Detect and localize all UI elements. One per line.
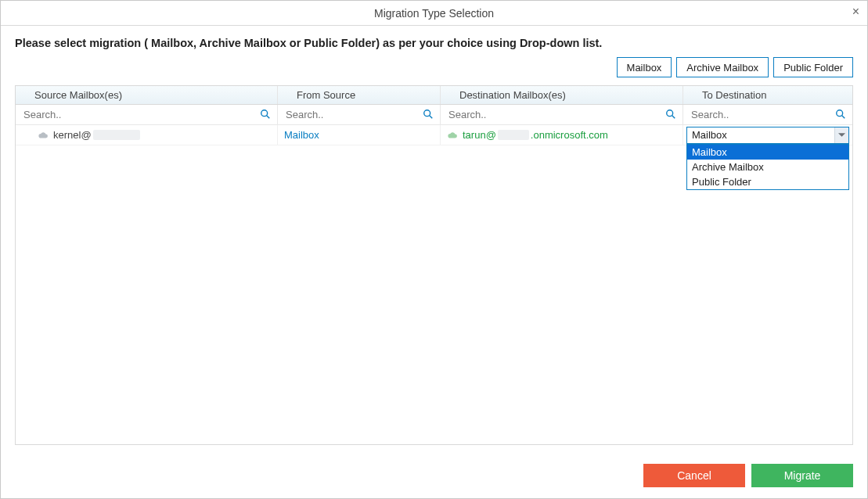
close-icon[interactable]: × (852, 5, 859, 18)
col-destination: Destination Mailbox(es) (441, 86, 683, 104)
col-to-destination: To Destination (683, 86, 852, 104)
to-destination-dropdown[interactable]: Mailbox Mailbox Archive Mailbox Public F… (686, 127, 849, 144)
title-bar: Migration Type Selection × (1, 1, 867, 26)
dropdown-list: Mailbox Archive Mailbox Public Folder (686, 144, 849, 190)
dropdown-option-mailbox[interactable]: Mailbox (687, 145, 848, 160)
search-to-input[interactable] (688, 107, 848, 122)
column-headers: Source Mailbox(es) From Source Destinati… (16, 86, 852, 105)
source-mailbox-prefix: kernel@ (53, 129, 92, 141)
migration-grid: Source Mailbox(es) From Source Destinati… (15, 85, 853, 445)
search-source-input[interactable] (20, 107, 272, 122)
preset-buttons: Mailbox Archive Mailbox Public Folder (1, 57, 867, 85)
preset-mailbox-button[interactable]: Mailbox (617, 57, 672, 77)
cloud-icon (447, 131, 458, 139)
instruction-text: Please select migration ( Mailbox, Archi… (1, 26, 867, 57)
migrate-button[interactable]: Migrate (751, 464, 853, 487)
chevron-down-icon[interactable] (834, 127, 848, 143)
search-row (16, 105, 852, 125)
redacted-text (498, 130, 529, 140)
col-from-source: From Source (278, 86, 441, 104)
dropdown-selected-value: Mailbox (687, 129, 834, 141)
destination-mailbox-prefix: tarun@ (463, 129, 496, 141)
cancel-button[interactable]: Cancel (643, 464, 745, 487)
redacted-text (93, 130, 140, 140)
table-row[interactable]: kernel@ Mailbox tarun@ .onmicrosoft.com … (16, 125, 852, 145)
dialog-title: Migration Type Selection (374, 7, 494, 20)
search-destination-input[interactable] (445, 107, 678, 122)
preset-archive-button[interactable]: Archive Mailbox (676, 57, 769, 77)
search-from-input[interactable] (283, 107, 435, 122)
footer-buttons: Cancel Migrate (643, 464, 853, 487)
cloud-icon (38, 131, 49, 139)
destination-mailbox-suffix: .onmicrosoft.com (531, 129, 608, 141)
from-source-value[interactable]: Mailbox (284, 129, 319, 141)
dropdown-option-archive[interactable]: Archive Mailbox (687, 160, 848, 174)
preset-public-button[interactable]: Public Folder (773, 57, 853, 77)
dropdown-option-public[interactable]: Public Folder (687, 174, 848, 189)
col-source: Source Mailbox(es) (16, 86, 278, 104)
